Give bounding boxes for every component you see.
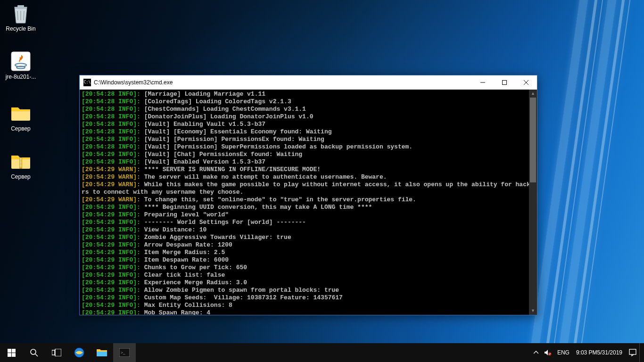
terminal-line: [20:54:29 WARN]: While this makes the ga…	[82, 181, 535, 196]
svg-rect-6	[503, 81, 507, 85]
terminal-line: [20:54:29 INFO]: Chunks to Grow per Tick…	[82, 264, 535, 272]
java-icon	[9, 50, 32, 73]
tray-language[interactable]: ENG	[554, 343, 572, 362]
taskbar-ie[interactable]	[68, 343, 91, 362]
terminal-line: [20:54:28 INFO]: [Vault] [Permission] Su…	[82, 143, 535, 151]
terminal-line: [20:54:29 INFO]: Max Entity Collisions: …	[82, 302, 535, 309]
svg-rect-11	[8, 353, 11, 357]
search-button[interactable]	[23, 343, 45, 362]
tray-time: 9:03 PM	[576, 349, 597, 356]
desktop[interactable]: Recycle Bin jre-8u201-... Сервер Сервер …	[0, 0, 644, 343]
terminal-line: [20:54:29 INFO]: Allow Zombie Pigmen to …	[82, 287, 535, 294]
terminal-line: [20:54:29 INFO]: Item Despawn Rate: 6000	[82, 256, 535, 264]
start-button[interactable]	[0, 343, 23, 362]
svg-rect-19	[97, 352, 107, 356]
desktop-icon-jre[interactable]: jre-8u201-...	[3, 50, 39, 80]
svg-rect-15	[52, 350, 55, 355]
terminal-line: [20:54:29 INFO]: Arrow Despawn Rate: 120…	[82, 241, 535, 249]
window-titlebar[interactable]: C:\Windows\system32\cmd.exe	[80, 75, 537, 90]
cmd-window[interactable]: C:\Windows\system32\cmd.exe [20:54:28 IN…	[79, 75, 537, 315]
svg-text:>_: >_	[121, 350, 125, 355]
tray-chevron-icon[interactable]	[531, 343, 541, 362]
terminal-line: [20:54:29 INFO]: **** Beginning UUID con…	[82, 204, 535, 211]
taskbar-cmd[interactable]: >_	[113, 343, 136, 362]
cmd-icon	[83, 79, 91, 86]
tray-date: 5/31/2019	[597, 349, 622, 356]
svg-rect-24	[629, 349, 636, 354]
scroll-thumb[interactable]	[530, 98, 536, 182]
svg-point-13	[31, 349, 36, 354]
terminal-line: [20:54:29 INFO]: Custom Map Seeds: Villa…	[82, 294, 535, 302]
svg-rect-16	[55, 349, 61, 356]
desktop-icon-label: Recycle Bin	[3, 25, 39, 32]
svg-line-14	[35, 354, 38, 356]
scrollbar[interactable]: ▲ ▼	[529, 90, 537, 315]
terminal-line: [20:54:29 WARN]: **** SERVER IS RUNNING …	[82, 166, 535, 173]
terminal-line: [20:54:28 INFO]: [Vault] [Economy] Essen…	[82, 128, 535, 136]
taskbar-explorer[interactable]	[91, 343, 113, 362]
desktop-icon-recycle-bin[interactable]: Recycle Bin	[3, 2, 39, 32]
terminal-line: [20:54:29 INFO]: Item Merge Radius: 2.5	[82, 249, 535, 256]
terminal-line: [20:54:29 INFO]: Mob Spawn Range: 4	[82, 309, 535, 315]
terminal-line: [20:54:29 INFO]: Preparing level "world"	[82, 211, 535, 219]
terminal-line: [20:54:29 WARN]: To change this, set "on…	[82, 196, 535, 204]
tray-volume-icon[interactable]	[541, 343, 554, 362]
taskbar[interactable]: >_ ENG 9:03 PM 5/31/2019	[0, 343, 644, 362]
window-title: C:\Windows\system32\cmd.exe	[94, 79, 472, 86]
desktop-icon-label: jre-8u201-...	[3, 74, 39, 80]
scroll-down-button[interactable]: ▼	[529, 307, 537, 315]
desktop-icon-label: Сервер	[3, 125, 39, 132]
action-center-icon[interactable]	[626, 343, 639, 362]
terminal-line: [20:54:29 INFO]: Clear tick list: false	[82, 272, 535, 279]
maximize-button[interactable]	[494, 75, 515, 90]
terminal-line: [20:54:28 INFO]: [ChestCommands] Loading…	[82, 106, 535, 113]
svg-rect-9	[8, 349, 11, 353]
terminal-line: [20:54:28 INFO]: [Marriage] Loading Marr…	[82, 90, 535, 98]
terminal-line: [20:54:28 INFO]: [Vault] [Permission] Pe…	[82, 136, 535, 143]
minimize-button[interactable]	[472, 75, 494, 90]
terminal-line: [20:54:28 INFO]: [DonatorJoinPlus] Loadi…	[82, 113, 535, 121]
terminal-line: [20:54:29 INFO]: [Vault] [Chat] Permissi…	[82, 151, 535, 158]
terminal-line: [20:54:28 INFO]: [Vault] Enabling Vault …	[82, 121, 535, 128]
terminal-line: [20:54:29 WARN]: The server will make no…	[82, 173, 535, 181]
svg-rect-0	[17, 5, 24, 7]
desktop-icon-server-zip[interactable]: Сервер	[3, 150, 39, 180]
desktop-icon-label: Сервер	[3, 173, 39, 180]
desktop-icon-server-folder-1[interactable]: Сервер	[3, 102, 39, 132]
task-view-button[interactable]	[45, 343, 68, 362]
terminal-line: [20:54:29 INFO]: Zombie Aggressive Towar…	[82, 234, 535, 241]
close-button[interactable]	[515, 75, 537, 90]
terminal-line: [20:54:29 INFO]: [Vault] Enabled Version…	[82, 158, 535, 166]
scroll-up-button[interactable]: ▲	[529, 90, 537, 98]
terminal-line: [20:54:29 INFO]: -------- World Settings…	[82, 219, 535, 226]
svg-rect-12	[12, 353, 16, 357]
svg-rect-10	[12, 349, 16, 353]
recycle-bin-icon	[9, 2, 32, 25]
terminal-line: [20:54:28 INFO]: [ColoredTags] Loading C…	[82, 98, 535, 106]
system-tray[interactable]: ENG 9:03 PM 5/31/2019	[531, 343, 644, 362]
show-desktop-button[interactable]	[639, 343, 642, 362]
tray-clock[interactable]: 9:03 PM 5/31/2019	[572, 343, 626, 362]
terminal-output[interactable]: [20:54:28 INFO]: [Marriage] Loading Marr…	[80, 90, 537, 315]
folder-icon	[9, 102, 32, 124]
zip-folder-icon	[9, 150, 32, 173]
terminal-line: [20:54:29 INFO]: Experience Merge Radius…	[82, 279, 535, 287]
terminal-line: [20:54:29 INFO]: View Distance: 10	[82, 226, 535, 234]
